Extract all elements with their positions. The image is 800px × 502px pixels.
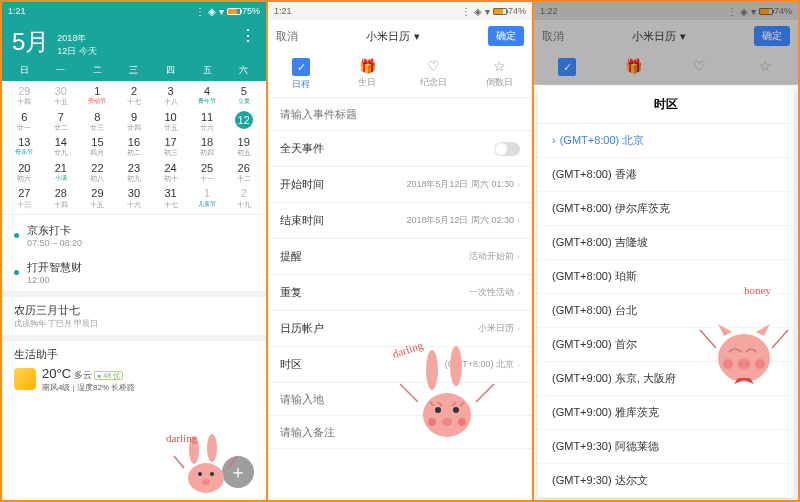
location-input[interactable] [280,393,520,405]
date-cell[interactable]: 9廿四 [116,109,153,134]
timezone-option[interactable]: (GMT+8:00) 北京 [538,124,794,158]
form-row[interactable]: 开始时间2018年5月12日 周六 01:30 › [268,167,532,203]
date-cell[interactable]: 2十九 [225,185,262,210]
date-cell[interactable]: 12 [225,109,262,134]
weekday: 五 [189,64,226,77]
date-cell[interactable]: 5立夏 [225,83,262,108]
svg-point-3 [198,472,202,476]
screen-calendar: 1:21 ⋮ ◈ ▾ 75% 5月 2018年 12日 今天 ⋮ 日一二三四五六… [2,2,266,500]
date-cell[interactable]: 15四月 [79,134,116,159]
timezone-option[interactable]: (GMT+8:00) 台北 [538,294,794,328]
event-title-input[interactable] [280,108,520,120]
date-cell[interactable]: 2十七 [116,83,153,108]
confirm-button[interactable]: 确定 [488,26,524,46]
row-label: 重复 [280,285,302,300]
date-cell[interactable]: 10廿五 [152,109,189,134]
timezone-option[interactable]: (GMT+9:00) 东京, 大阪府 [538,362,794,396]
date-cell[interactable]: 21小满 [43,160,80,185]
event-item[interactable]: 打开智慧财 12:00 [2,254,266,291]
notes-row[interactable] [268,416,532,449]
date-cell[interactable]: 13母亲节 [6,134,43,159]
timezone-option[interactable]: (GMT+9:00) 首尔 [538,328,794,362]
dialog-title[interactable]: 小米日历 ▾ [366,29,419,44]
date-cell[interactable]: 22初八 [79,160,116,185]
title-input-row[interactable] [268,98,532,131]
form-row[interactable]: 结束时间2018年5月12日 周六 02:30 › [268,203,532,239]
date-cell[interactable]: 29十四 [6,83,43,108]
status-bar: 1:21 ⋮ ◈ ▾ 75% [2,2,266,20]
status-bar: 1:21 ⋮ ◈ ▾ 74% [268,2,532,20]
toggle[interactable] [494,142,520,156]
timezone-option[interactable]: (GMT+8:00) 香港 [538,158,794,192]
month-label[interactable]: 5月 [12,26,49,58]
date-cell[interactable]: 7廿二 [43,109,80,134]
date-cell[interactable]: 1儿童节 [189,185,226,210]
cancel-button[interactable]: 取消 [542,29,564,44]
notes-input[interactable] [280,426,520,438]
date-cell[interactable]: 3十八 [152,83,189,108]
event-item[interactable]: 京东打卡 07:50 – 08:20 [2,217,266,254]
date-cell[interactable]: 19初五 [225,134,262,159]
form-row[interactable]: 时区(GMT+8:00) 北京 › [268,347,532,383]
date-cell[interactable]: 11廿六 [189,109,226,134]
battery-indicator: 74% [493,6,526,16]
date-cell[interactable]: 14廿九 [43,134,80,159]
date-cell[interactable]: 4青年节 [189,83,226,108]
date-cell[interactable]: 30十六 [116,185,153,210]
lunar-sub: 戊戌狗年 丁巳月 甲辰日 [14,318,254,329]
date-cell[interactable]: 31十七 [152,185,189,210]
row-label: 全天事件 [280,141,324,156]
lunar-date: 农历三月廿七 [14,303,254,318]
timezone-option[interactable]: (GMT+8:00) 伊尔库茨克 [538,192,794,226]
date-cell[interactable]: 8廿三 [79,109,116,134]
weather-card[interactable]: 20°C 多云 ● 48 优 南风4级 | 湿度82% 长桥路 [14,366,254,393]
location-row[interactable] [268,383,532,416]
date-cell[interactable]: 1劳动节 [79,83,116,108]
tab-生日[interactable]: 🎁生日 [334,52,400,97]
form-row[interactable]: 全天事件 [268,131,532,167]
weekday: 日 [6,64,43,77]
row-label: 结束时间 [280,213,324,228]
date-cell[interactable]: 6廿一 [6,109,43,134]
date-cell[interactable]: 17初三 [152,134,189,159]
form-row[interactable]: 重复一次性活动 › [268,275,532,311]
timezone-sheet: 时区 (GMT+8:00) 北京(GMT+8:00) 香港(GMT+8:00) … [538,86,794,498]
weekday: 二 [79,64,116,77]
date-cell[interactable]: 20初六 [6,160,43,185]
event-type-tabs: ✓ 🎁 ♡ ☆ [534,52,798,85]
row-value: 一次性活动 › [469,286,520,299]
date-cell[interactable]: 24初十 [152,160,189,185]
row-label: 日历帐户 [280,321,324,336]
tab-日程[interactable]: ✓日程 [268,52,334,97]
assistant-title: 生活助手 [14,347,254,362]
date-cell[interactable]: 25十一 [189,160,226,185]
date-cell[interactable]: 30十五 [43,83,80,108]
form-row[interactable]: 日历帐户小米日历 › [268,311,532,347]
timezone-option[interactable]: (GMT+9:00) 雅库茨克 [538,396,794,430]
event-title: 打开智慧财 [27,260,82,275]
date-cell[interactable]: 26十二 [225,160,262,185]
form-row[interactable]: 提醒活动开始前 › [268,239,532,275]
timezone-option[interactable]: (GMT+9:30) 达尔文 [538,464,794,498]
date-sub: 2018年 12日 今天 [57,32,97,58]
event-dot-icon [14,233,19,238]
timezone-option[interactable]: (GMT+8:00) 珀斯 [538,260,794,294]
menu-icon[interactable]: ⋮ [240,26,256,45]
date-cell[interactable]: 29十五 [79,185,116,210]
timezone-option[interactable]: (GMT+9:30) 阿德莱德 [538,430,794,464]
tab-倒数日[interactable]: ☆倒数日 [466,52,532,97]
cancel-button[interactable]: 取消 [276,29,298,44]
lunar-section[interactable]: 农历三月廿七 戊戌狗年 丁巳月 甲辰日 [2,291,266,335]
date-cell[interactable]: 28十四 [43,185,80,210]
timezone-option[interactable]: (GMT+8:00) 吉隆坡 [538,226,794,260]
date-cell[interactable]: 27十三 [6,185,43,210]
month-grid[interactable]: 29十四30十五1劳动节2十七3十八4青年节5立夏6廿一7廿二8廿三9廿四10廿… [2,81,266,212]
date-cell[interactable]: 16初二 [116,134,153,159]
tab-纪念日[interactable]: ♡纪念日 [400,52,466,97]
confirm-button[interactable]: 确定 [754,26,790,46]
dialog-title: 小米日历 ▾ [632,29,685,44]
date-cell[interactable]: 23初九 [116,160,153,185]
add-event-fab[interactable]: ＋ [222,456,254,488]
battery-indicator: 75% [227,6,260,16]
date-cell[interactable]: 18初四 [189,134,226,159]
